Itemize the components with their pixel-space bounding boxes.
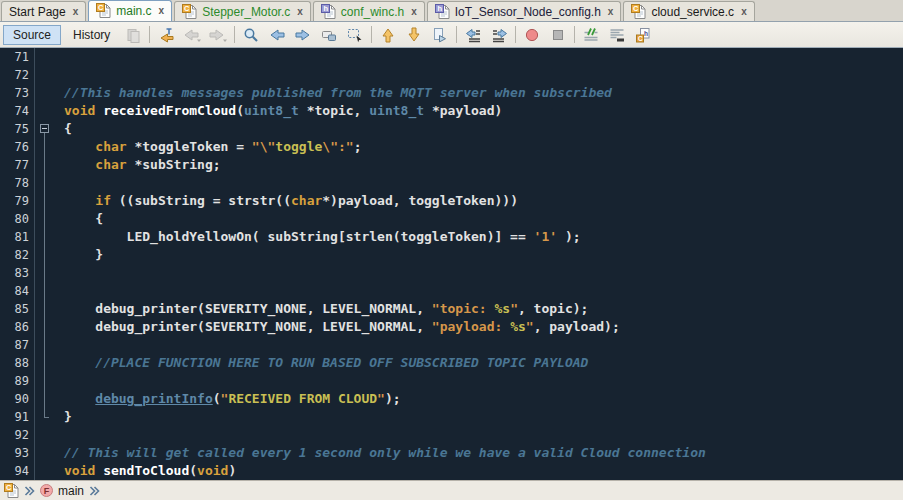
line-number[interactable]: 83 <box>0 264 29 282</box>
code-line: if ((subString = strstr((char*)payload, … <box>64 192 903 210</box>
close-icon[interactable]: x <box>297 7 303 17</box>
line-number[interactable]: 84 <box>0 282 29 300</box>
uncomment-icon[interactable] <box>604 23 630 47</box>
svg-text:h: h <box>323 4 328 13</box>
code-line: } <box>64 408 903 426</box>
line-number[interactable]: 86 <box>0 318 29 336</box>
rectangular-selection-icon[interactable] <box>342 23 368 47</box>
h-file-icon: h <box>321 4 336 20</box>
tab-label: Start Page <box>9 5 66 19</box>
code-line: debug_printer(SEVERITY_NONE, LEVEL_NORMA… <box>64 300 903 318</box>
line-number[interactable]: 85 <box>0 300 29 318</box>
ide-window: Start PagexCmain.cxCStepper_Motor.cxhcon… <box>0 0 903 500</box>
tab-main-c[interactable]: Cmain.cx <box>88 0 172 21</box>
breadcrumb-function[interactable]: main <box>58 484 84 498</box>
find-previous-icon[interactable] <box>264 23 290 47</box>
editor-toolbar: Source History hC <box>0 22 903 48</box>
last-edit-icon[interactable] <box>153 23 179 47</box>
toolbar-separator <box>149 26 150 43</box>
line-number-gutter[interactable]: 7172737475767778798081828384858687888990… <box>0 48 34 480</box>
close-icon[interactable]: x <box>608 7 614 17</box>
back-icon <box>179 23 205 47</box>
code-line: } <box>64 246 903 264</box>
toolbar-separator <box>371 26 372 43</box>
close-icon[interactable]: x <box>73 7 79 17</box>
source-view-button[interactable]: Source <box>3 25 61 45</box>
tab-stepper-motor-c[interactable]: CStepper_Motor.cx <box>174 1 311 21</box>
tab-label: IoT_Sensor_Node_config.h <box>455 5 601 19</box>
line-number[interactable]: 77 <box>0 156 29 174</box>
svg-text:C: C <box>638 34 643 41</box>
chevron-right-icon[interactable] <box>24 485 35 497</box>
shift-left-icon[interactable] <box>460 23 486 47</box>
find-selection-icon[interactable] <box>238 23 264 47</box>
code-line: char *toggleToken = "\"toggle\":"; <box>64 138 903 156</box>
line-number[interactable]: 74 <box>0 102 29 120</box>
close-icon[interactable]: x <box>411 7 417 17</box>
svg-text:h: h <box>437 4 442 13</box>
close-icon[interactable]: x <box>741 7 747 17</box>
c-file-icon: C <box>182 4 197 20</box>
line-number[interactable]: 94 <box>0 462 29 480</box>
start-macro-recording-icon[interactable] <box>519 23 545 47</box>
toolbar-separator <box>234 26 235 43</box>
tab-iot-sensor-node-config-h[interactable]: hIoT_Sensor_Node_config.hx <box>427 1 622 21</box>
svg-text:C: C <box>98 3 104 12</box>
line-number[interactable]: 80 <box>0 210 29 228</box>
tab-cloud-service-c[interactable]: Ccloud_service.cx <box>623 1 754 21</box>
line-number[interactable]: 79 <box>0 192 29 210</box>
code-fold-column[interactable] <box>35 48 55 480</box>
forward-icon <box>205 23 231 47</box>
go-to-header-source-icon[interactable]: hC <box>630 23 656 47</box>
tab-label: Stepper_Motor.c <box>202 5 290 19</box>
tab-conf-winc-h[interactable]: hconf_winc.hx <box>313 1 425 21</box>
chevron-right-icon[interactable] <box>89 485 100 497</box>
code-line <box>64 66 903 84</box>
shift-right-icon[interactable] <box>486 23 512 47</box>
line-number[interactable]: 92 <box>0 426 29 444</box>
find-next-icon[interactable] <box>290 23 316 47</box>
svg-text:C: C <box>634 4 640 13</box>
tab-label: cloud_service.c <box>651 5 734 19</box>
fold-end-mark <box>44 417 49 418</box>
code-editor: 7172737475767778798081828384858687888990… <box>0 48 903 480</box>
code-line: { <box>64 120 903 138</box>
tab-label: conf_winc.h <box>341 5 404 19</box>
line-number[interactable]: 75 <box>0 120 29 138</box>
line-number[interactable]: 78 <box>0 174 29 192</box>
code-text-area[interactable]: //This handles messages published from t… <box>55 48 903 480</box>
previous-bookmark-icon[interactable] <box>375 23 401 47</box>
line-number[interactable]: 73 <box>0 84 29 102</box>
code-line <box>64 372 903 390</box>
breadcrumb: C F main <box>0 480 903 500</box>
line-number[interactable]: 93 <box>0 444 29 462</box>
code-line <box>64 336 903 354</box>
tab-start-page[interactable]: Start Pagex <box>1 1 86 21</box>
code-line <box>64 48 903 66</box>
svg-text:C: C <box>184 4 190 13</box>
line-number[interactable]: 87 <box>0 336 29 354</box>
code-line: // This will get called every 1 second o… <box>64 444 903 462</box>
toggle-bookmark-icon[interactable] <box>427 23 453 47</box>
fold-guide-line <box>44 133 45 417</box>
line-number[interactable]: 90 <box>0 390 29 408</box>
line-number[interactable]: 91 <box>0 408 29 426</box>
code-line: void receivedFromCloud(uint8_t *topic, u… <box>64 102 903 120</box>
line-number[interactable]: 81 <box>0 228 29 246</box>
close-icon[interactable]: x <box>159 6 165 16</box>
toggle-highlight-icon[interactable] <box>316 23 342 47</box>
line-number[interactable]: 72 <box>0 66 29 84</box>
toolbar-separator <box>456 26 457 43</box>
tab-label: main.c <box>116 4 151 18</box>
fold-collapse-box[interactable] <box>40 124 49 133</box>
line-number[interactable]: 71 <box>0 48 29 66</box>
line-number[interactable]: 76 <box>0 138 29 156</box>
line-number[interactable]: 89 <box>0 372 29 390</box>
stop-macro-recording-icon[interactable] <box>545 23 571 47</box>
history-view-button[interactable]: History <box>63 25 120 45</box>
toolbar-separator <box>515 26 516 43</box>
comment-icon[interactable] <box>578 23 604 47</box>
line-number[interactable]: 82 <box>0 246 29 264</box>
next-bookmark-icon[interactable] <box>401 23 427 47</box>
line-number[interactable]: 88 <box>0 354 29 372</box>
